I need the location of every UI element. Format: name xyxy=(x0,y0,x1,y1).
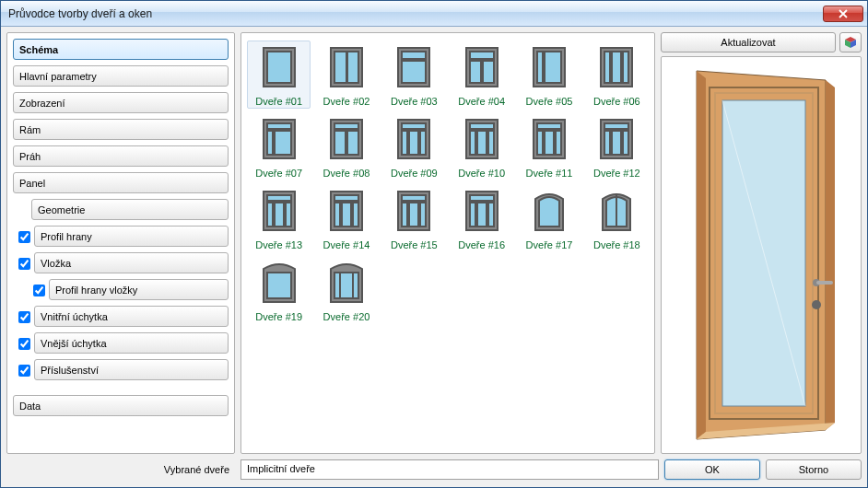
svg-rect-68 xyxy=(267,273,291,298)
svg-rect-60 xyxy=(409,203,418,227)
svg-rect-4 xyxy=(347,52,358,83)
nav-geometry[interactable]: Geometrie xyxy=(31,199,229,220)
nav-insert-edge-row: Profil hrany vložky xyxy=(13,279,229,300)
gallery-item-label: Dveře #20 xyxy=(323,311,370,322)
gallery-item[interactable]: Dveře #12 xyxy=(585,112,649,180)
gallery-item-label: Dveře #10 xyxy=(458,168,505,179)
gallery-item[interactable]: Dveře #07 xyxy=(247,112,311,180)
check-inner-handle[interactable] xyxy=(18,311,30,323)
gallery-item-label: Dveře #02 xyxy=(323,96,370,107)
gallery-item-label: Dveře #15 xyxy=(391,239,438,250)
door-thumb-icon xyxy=(457,114,507,164)
door-thumb-icon xyxy=(592,114,641,164)
update-button[interactable]: Aktualizovat xyxy=(661,32,836,52)
nav-main-params[interactable]: Hlavní parametry xyxy=(13,65,229,87)
sidebar: Schéma Hlavní parametry Zobrazení Rám Pr… xyxy=(6,32,235,454)
door-thumb-icon xyxy=(457,186,507,236)
door-thumb-icon xyxy=(322,186,371,236)
gallery-item[interactable]: Dveře #04 xyxy=(450,41,513,109)
gallery-item-label: Dveře #17 xyxy=(526,239,573,250)
gallery-item[interactable]: Dveře #05 xyxy=(517,41,581,109)
ok-button[interactable]: OK xyxy=(664,459,760,480)
nav-insert-edge[interactable]: Profil hrany vložky xyxy=(49,279,229,300)
check-outer-handle[interactable] xyxy=(18,338,30,350)
gallery-item[interactable]: Dveře #02 xyxy=(314,41,378,109)
svg-rect-38 xyxy=(537,123,561,129)
svg-rect-13 xyxy=(537,52,543,83)
dialog-window: Průvodce tvorby dveří a oken Schéma Hlav… xyxy=(0,0,868,488)
gallery-item[interactable]: Dveře #06 xyxy=(585,41,649,109)
svg-rect-17 xyxy=(612,52,621,83)
gallery-item[interactable]: Dveře #14 xyxy=(314,184,378,252)
svg-rect-61 xyxy=(420,203,426,227)
client-area: Schéma Hlavní parametry Zobrazení Rám Pr… xyxy=(1,27,867,487)
close-icon xyxy=(839,9,848,18)
gallery-item[interactable]: Dveře #20 xyxy=(314,256,378,324)
preview-toolbar: Aktualizovat xyxy=(661,32,862,52)
nav-display[interactable]: Zobrazení xyxy=(13,92,229,113)
color-cube-button[interactable] xyxy=(839,32,862,52)
check-insert-edge[interactable] xyxy=(33,285,45,296)
gallery-item[interactable]: Dveře #17 xyxy=(517,184,581,252)
nav-insert[interactable]: Vložka xyxy=(34,252,229,273)
cancel-button[interactable]: Storno xyxy=(766,459,862,480)
svg-rect-45 xyxy=(612,131,621,155)
gallery-item[interactable]: Dveře #11 xyxy=(517,112,581,180)
nav-inner-handle-row: Vnitřní úchytka xyxy=(13,306,229,327)
gallery-item-label: Dveře #18 xyxy=(593,239,640,250)
check-edge-profile[interactable] xyxy=(18,231,30,243)
nav-panel[interactable]: Panel xyxy=(13,172,229,193)
nav-accessories[interactable]: Příslušenství xyxy=(34,359,229,380)
svg-rect-30 xyxy=(409,131,418,155)
preview-3d[interactable] xyxy=(661,56,862,454)
svg-rect-7 xyxy=(402,61,426,83)
gallery-item[interactable]: Dveře #13 xyxy=(247,184,311,252)
nav-outer-handle[interactable]: Vnější úchytka xyxy=(34,332,229,354)
nav-edge-profile[interactable]: Profil hrany xyxy=(34,226,229,247)
gallery-item[interactable]: Dveře #15 xyxy=(382,184,446,252)
check-accessories[interactable] xyxy=(18,365,30,377)
gallery-item[interactable]: Dveře #18 xyxy=(585,184,649,252)
svg-rect-35 xyxy=(477,131,487,155)
gallery-item[interactable]: Dveře #10 xyxy=(450,112,513,180)
gallery-item-label: Dveře #12 xyxy=(593,168,640,179)
svg-rect-64 xyxy=(470,203,475,227)
svg-rect-25 xyxy=(334,131,346,155)
gallery-item[interactable]: Dveře #09 xyxy=(382,112,446,180)
door-thumb-icon xyxy=(524,186,574,236)
gallery-item[interactable]: Dveře #01 xyxy=(247,41,311,109)
gallery-item-label: Dveře #04 xyxy=(458,96,505,107)
nav-inner-handle[interactable]: Vnitřní úchytka xyxy=(34,306,229,327)
svg-rect-50 xyxy=(275,203,284,227)
svg-rect-31 xyxy=(420,131,426,155)
gallery-item-label: Dveře #13 xyxy=(255,239,302,250)
door-thumb-icon xyxy=(322,258,371,308)
door-thumb-icon xyxy=(389,42,439,92)
gallery-item-label: Dveře #01 xyxy=(255,96,302,107)
svg-rect-65 xyxy=(477,203,487,227)
svg-rect-44 xyxy=(604,131,610,155)
gallery-item[interactable]: Dveře #08 xyxy=(314,112,378,180)
gallery-item-label: Dveře #03 xyxy=(391,96,438,107)
svg-rect-20 xyxy=(267,123,291,129)
nav-sub-geometry-wrap: Geometrie xyxy=(13,199,229,220)
svg-rect-28 xyxy=(402,123,426,129)
gallery-item-label: Dveře #19 xyxy=(255,311,302,322)
gallery-item[interactable]: Dveře #19 xyxy=(247,256,311,324)
nav-data[interactable]: Data xyxy=(13,395,229,416)
nav-frame[interactable]: Rám xyxy=(13,119,229,140)
nav-threshold[interactable]: Práh xyxy=(13,145,229,167)
nav-edge-profile-row: Profil hrany xyxy=(13,226,229,247)
check-insert[interactable] xyxy=(18,258,30,270)
svg-marker-77 xyxy=(826,80,835,430)
nav-insert-row: Vložka xyxy=(13,252,229,273)
gallery-item[interactable]: Dveře #03 xyxy=(382,41,446,109)
svg-rect-46 xyxy=(623,131,628,155)
close-button[interactable] xyxy=(823,6,863,22)
svg-rect-41 xyxy=(556,131,561,155)
svg-rect-63 xyxy=(470,195,494,201)
nav-schema[interactable]: Schéma xyxy=(13,39,229,60)
svg-rect-9 xyxy=(470,52,494,59)
svg-rect-39 xyxy=(537,131,543,155)
gallery-item[interactable]: Dveře #16 xyxy=(450,184,513,252)
